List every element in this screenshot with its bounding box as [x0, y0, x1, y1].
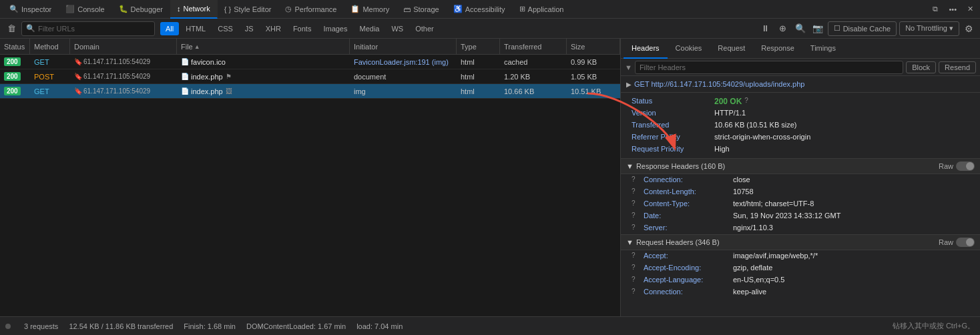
dom-loaded: DOMContentLoaded: 1.67 min: [246, 322, 346, 330]
tab-debugger[interactable]: 🐛 Debugger: [112, 0, 170, 19]
help-icon: ?: [632, 188, 641, 195]
col-header-transferred[interactable]: Transferred: [500, 39, 567, 55]
request-header-item: ? Accept-Encoding: gzip, deflate: [621, 262, 980, 274]
request-headers-section[interactable]: ▼ Request Headers (346 B) Raw: [621, 234, 980, 250]
tab-cookies[interactable]: Cookies: [668, 39, 710, 59]
memory-icon: 📋: [350, 5, 360, 13]
filter-headers-bar: ▼ Block Resend: [621, 59, 980, 76]
filter-xhr[interactable]: XHR: [260, 22, 286, 35]
filter-images[interactable]: Images: [318, 22, 352, 35]
filter-url-placeholder: Filter URLs: [38, 25, 75, 33]
throttle-button[interactable]: No Throttling ▾: [899, 21, 959, 36]
main-content: Status Method Domain File ▲ Initiator Ty…: [0, 39, 980, 316]
filter-html[interactable]: HTML: [180, 22, 211, 35]
col-header-file[interactable]: File ▲: [177, 39, 350, 55]
tab-network[interactable]: ↕ Network: [170, 0, 218, 19]
table-row[interactable]: 200 GET 🔖 61.147.171.105:54029 📄 index.p…: [0, 84, 620, 99]
disable-cache-button[interactable]: ☐ Disable Cache: [828, 21, 897, 36]
filter-tabs: All HTML CSS JS XHR Fonts Images Media W…: [160, 22, 439, 35]
tab-timings-label: Timings: [810, 44, 836, 52]
close-icon[interactable]: ✕: [963, 3, 977, 15]
clear-button[interactable]: 🗑: [4, 21, 19, 36]
filter-other[interactable]: Other: [410, 22, 439, 35]
col-header-type[interactable]: Type: [457, 39, 500, 55]
request-headers-list: ? Accept: image/avif,image/webp,*/* ? Ac…: [621, 250, 980, 298]
response-header-item: ? Content-Length: 10758: [621, 186, 980, 198]
chevron-down-icon: ▼: [626, 238, 634, 246]
tab-memory[interactable]: 📋 Memory: [344, 0, 397, 19]
tab-application[interactable]: ⊞ Application: [513, 0, 571, 19]
tab-console[interactable]: ⬛ Console: [59, 0, 111, 19]
help-icon: ?: [632, 252, 641, 259]
raw-toggle-switch-req[interactable]: [956, 238, 975, 247]
tab-inspector-label: Inspector: [21, 5, 51, 13]
tab-response[interactable]: Response: [753, 39, 802, 59]
tab-storage[interactable]: 🗃 Storage: [397, 0, 447, 19]
status-bar: 3 requests 12.54 KB / 11.86 KB transferr…: [0, 316, 980, 335]
filter-css[interactable]: CSS: [212, 22, 238, 35]
request-header-name: Accept-Encoding:: [644, 264, 730, 272]
response-header-name: Content-Length:: [644, 188, 730, 196]
more-options-icon[interactable]: •••: [945, 4, 961, 15]
tab-timings[interactable]: Timings: [802, 39, 844, 59]
tab-style-editor[interactable]: { } Style Editor: [218, 0, 279, 19]
tab-headers[interactable]: Headers: [624, 39, 668, 59]
tab-request-label: Request: [718, 44, 745, 52]
type-cell: html: [457, 69, 500, 84]
raw-toggle-switch[interactable]: [956, 161, 975, 171]
tab-style-editor-label: Style Editor: [234, 5, 271, 13]
transferred-value: 10.66 KB: [504, 87, 534, 95]
panel-content: ▼ Block Resend ▶ GET http://61.147.171.1…: [621, 59, 980, 316]
filter-fonts[interactable]: Fonts: [288, 22, 317, 35]
response-header-name: Content-Type:: [644, 200, 730, 208]
domain-cell: 🔖 61.147.171.105:54029: [70, 55, 177, 69]
accessibility-icon: ♿: [453, 5, 463, 13]
tab-cookies-label: Cookies: [676, 44, 702, 52]
search-button[interactable]: 🔍: [793, 21, 808, 36]
type-value: html: [461, 87, 475, 95]
gear-icon[interactable]: ⚙: [962, 22, 976, 35]
filter-button[interactable]: ⊕: [776, 21, 790, 36]
filter-all[interactable]: All: [160, 22, 179, 35]
tab-request[interactable]: Request: [710, 39, 753, 59]
tab-accessibility[interactable]: ♿ Accessibility: [447, 0, 513, 19]
response-header-name: Server:: [644, 224, 730, 232]
camera-button[interactable]: 📷: [810, 21, 825, 36]
bottom-hint: 钻移入其中或按 Ctrl+G。: [893, 321, 975, 331]
filter-media[interactable]: Media: [354, 22, 385, 35]
restore-icon[interactable]: ⧉: [929, 3, 942, 15]
col-header-domain[interactable]: Domain: [70, 39, 177, 55]
status-cell: 200: [0, 55, 30, 69]
block-button[interactable]: Block: [906, 61, 936, 73]
col-header-initiator[interactable]: Initiator: [350, 39, 457, 55]
tab-application-label: Application: [528, 5, 564, 13]
response-headers-section[interactable]: ▼ Response Headers (160 B) Raw: [621, 158, 980, 174]
table-row[interactable]: 200 GET 🔖 61.147.171.105:54029 📄 favicon…: [0, 55, 620, 69]
filter-url-container: 🔍 Filter URLs: [21, 21, 155, 36]
raw-toggle[interactable]: Raw: [939, 161, 975, 171]
col-header-method[interactable]: Method: [30, 39, 70, 55]
request-url-row[interactable]: ▶ GET http://61.147.171.105:54029/upload…: [621, 76, 980, 93]
tab-performance[interactable]: ◷ Performance: [278, 0, 344, 19]
col-header-status[interactable]: Status: [0, 39, 30, 55]
tab-network-label: Network: [183, 5, 210, 13]
domain-cell: 🔖 61.147.171.105:54029: [70, 69, 177, 84]
col-header-size[interactable]: Size: [567, 39, 620, 55]
status-cell: 200: [0, 69, 30, 84]
raw-toggle-req[interactable]: Raw: [939, 238, 975, 247]
type-value: html: [461, 58, 475, 66]
pause-button[interactable]: ⏸: [758, 21, 773, 36]
table-row[interactable]: 200 POST 🔖 61.147.171.105:54029 📄 index.…: [0, 69, 620, 84]
filter-headers-input[interactable]: [635, 61, 903, 74]
status-value: 200 OK: [714, 97, 742, 106]
status-badge: 200: [4, 72, 21, 81]
transferred-value: cached: [504, 58, 527, 66]
request-header-value: en-US,en;q=0.5: [733, 276, 784, 284]
status-badge: 200: [4, 57, 21, 66]
filter-ws[interactable]: WS: [386, 22, 409, 35]
tab-inspector[interactable]: 🔍 Inspector: [3, 0, 59, 19]
tab-accessibility-label: Accessibility: [465, 5, 505, 13]
resend-button[interactable]: Resend: [939, 61, 976, 73]
response-headers-list: ? Connection: close ? Content-Length: 10…: [621, 174, 980, 234]
filter-js[interactable]: JS: [240, 22, 259, 35]
